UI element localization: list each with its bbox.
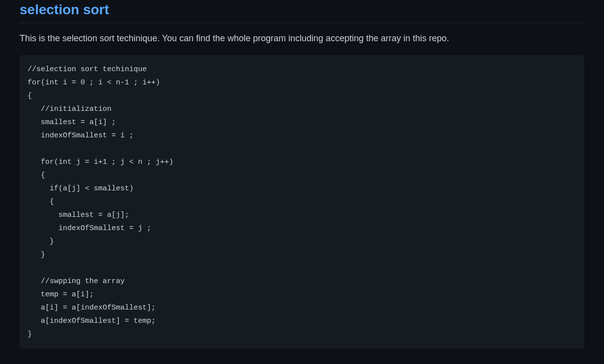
code-block: //selection sort techinique for(int i = … xyxy=(20,55,584,349)
description-text: This is the selection sort techinique. Y… xyxy=(20,32,584,45)
heading-link[interactable]: selection sort xyxy=(20,0,584,23)
code-content: //selection sort techinique for(int i = … xyxy=(27,63,577,341)
